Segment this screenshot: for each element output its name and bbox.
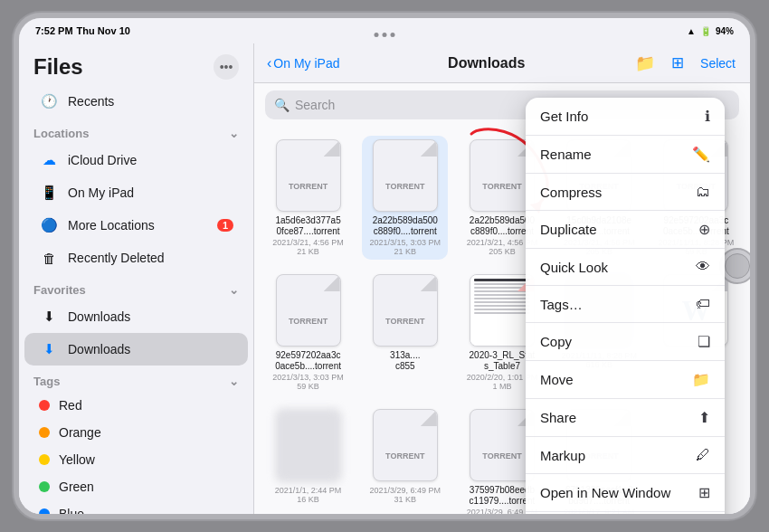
copy-label: Copy [540,334,572,349]
toolbar-title: Downloads [348,55,624,71]
locations-label: Locations [33,127,89,140]
list-item[interactable]: TORRENT 313a....c855 [362,271,448,394]
toolbar: ‹ On My iPad Downloads 📁 ⊞ Select [254,43,750,83]
context-menu-move[interactable]: Move 📁 [526,361,725,399]
markup-icon: 🖊 [696,447,710,463]
share-icon: ⬆ [698,409,710,426]
sidebar-item-downloads2[interactable]: ⬇ Downloads [24,333,248,366]
main-panel: ‹ On My iPad Downloads 📁 ⊞ Select 🔍 Sear… [254,43,750,514]
red-label: Red [59,398,82,413]
recents-label: Recents [68,94,114,109]
list-item[interactable]: 2021/1/1, 2:44 PM16 KB [265,405,351,514]
date: Thu Nov 10 [77,25,130,36]
sidebar-item-more[interactable]: 🔵 More Locations 1 [24,209,248,242]
ipad-device: 7:52 PM Thu Nov 10 ▲ 🔋 94% Files ••• 🕐 R… [14,13,755,519]
yellow-label: Yellow [59,452,95,467]
back-chevron: ‹ [267,55,271,71]
file-thumb: TORRENT [373,274,438,347]
tags-menu-icon: 🏷 [696,296,710,312]
context-menu-share[interactable]: Share ⬆ [526,399,725,437]
context-menu-copy[interactable]: Copy ❏ [526,323,725,361]
duplicate-label: Duplicate [540,222,597,237]
battery-pct: 94% [716,26,734,36]
select-button[interactable]: Select [698,54,737,72]
file-name: 92e597202aa3c0ace5b....torrent [275,350,341,372]
ipad-icon: 📱 [39,183,59,203]
compress-label: Compress [540,185,602,200]
sidebar-header-icon[interactable]: ••• [214,54,239,80]
file-thumb: TORRENT [373,139,438,212]
downloads2-label: Downloads [68,342,130,356]
rename-icon: ✏️ [692,146,710,163]
battery-icon: 🔋 [700,26,711,36]
back-button[interactable]: ‹ On My iPad [267,55,339,71]
sidebar-item-blue[interactable]: Blue [24,500,248,514]
sidebar-item-green[interactable]: Green [24,473,248,500]
green-label: Green [59,480,94,494]
back-label: On My iPad [273,56,339,71]
openwindow-icon: ⊞ [698,484,710,501]
orange-dot [39,427,50,438]
context-menu-delete[interactable]: Delete 🗑 [526,512,725,514]
more-icon: 🔵 [39,215,59,235]
blue-label: Blue [59,507,84,514]
sidebar-item-ipad[interactable]: 📱 On My iPad [24,176,248,209]
search-icon: 🔍 [274,98,290,112]
file-meta: 2021/1/1, 2:44 PM16 KB [275,486,342,504]
context-menu-duplicate[interactable]: Duplicate ⊕ [526,211,725,249]
red-dot [39,400,50,411]
file-meta: 2021/3/15, 3:03 PM21 KB [370,238,441,256]
wifi-icon: ▲ [687,26,696,36]
home-button-inner [725,253,750,279]
file-thumb [276,409,341,481]
tags-section[interactable]: Tags ⌄ [19,366,253,392]
icloud-label: iCloud Drive [68,153,137,167]
list-item[interactable]: TORRENT 92e597202aa3c0ace5b....torrent 2… [265,271,351,394]
getinfo-label: Get Info [540,109,588,124]
ipad-label: On My iPad [68,185,134,200]
context-menu-tags[interactable]: Tags… 🏷 [526,286,725,323]
grid-icon[interactable]: ⊞ [669,52,686,74]
sidebar-item-yellow[interactable]: Yellow [24,446,248,473]
home-button[interactable] [719,248,755,284]
getinfo-icon: ℹ [705,108,710,125]
downloads1-icon: ⬇ [39,307,59,327]
favorites-section[interactable]: Favorites ⌄ [19,274,253,300]
sidebar-item-deleted[interactable]: 🗑 Recently Deleted [24,242,248,274]
folder-icon[interactable]: 📁 [633,52,657,75]
yellow-dot [39,454,50,465]
duplicate-icon: ⊕ [698,221,710,238]
context-menu-rename[interactable]: Rename ✏️ [526,136,725,174]
sidebar-header: Files ••• [19,43,253,85]
markup-label: Markup [540,448,585,463]
copy-icon: ❏ [698,333,710,350]
toolbar-right: 📁 ⊞ Select [633,52,737,75]
file-thumb: TORRENT [276,139,341,212]
recents-icon: 🕐 [39,91,59,111]
move-label: Move [540,372,574,387]
list-item[interactable]: TORRENT 2a22b589da500c889f0....torrent 2… [362,136,448,260]
favorites-label: Favorites [33,283,86,297]
list-item[interactable]: TORRENT 2021/3/29, 6:49 PM31 KB [362,405,448,514]
locations-section[interactable]: Locations ⌄ [19,118,253,144]
context-menu-quicklook[interactable]: Quick Look 👁 [526,249,725,286]
sidebar-item-icloud[interactable]: ☁ iCloud Drive [24,144,248,176]
sidebar-item-downloads1[interactable]: ⬇ Downloads [24,300,248,333]
sidebar: Files ••• 🕐 Recents Locations ⌄ ☁ iCloud… [19,43,254,514]
icloud-icon: ☁ [39,150,59,170]
sidebar-item-orange[interactable]: Orange [24,419,248,446]
file-meta: 2021/3/21, 4:56 PM21 KB [272,238,344,256]
context-menu: Get Info ℹ Rename ✏️ Compress 🗂 Duplicat… [526,98,725,514]
context-menu-getinfo[interactable]: Get Info ℹ [526,98,725,136]
green-dot [39,481,50,492]
context-menu-markup[interactable]: Markup 🖊 [526,437,725,474]
context-menu-compress[interactable]: Compress 🗂 [526,174,725,211]
tags-label: Tags [33,375,60,388]
main-content: Files ••• 🕐 Recents Locations ⌄ ☁ iCloud… [19,43,750,514]
sidebar-item-recents[interactable]: 🕐 Recents [24,85,248,118]
sidebar-item-red[interactable]: Red [24,392,248,419]
list-item[interactable]: TORRENT 1a5d6e3d377a50fce87....torrent 2… [265,136,351,260]
context-menu-openwindow[interactable]: Open in New Window ⊞ [526,474,725,512]
quicklook-icon: 👁 [696,259,710,275]
quicklook-label: Quick Look [540,260,608,275]
